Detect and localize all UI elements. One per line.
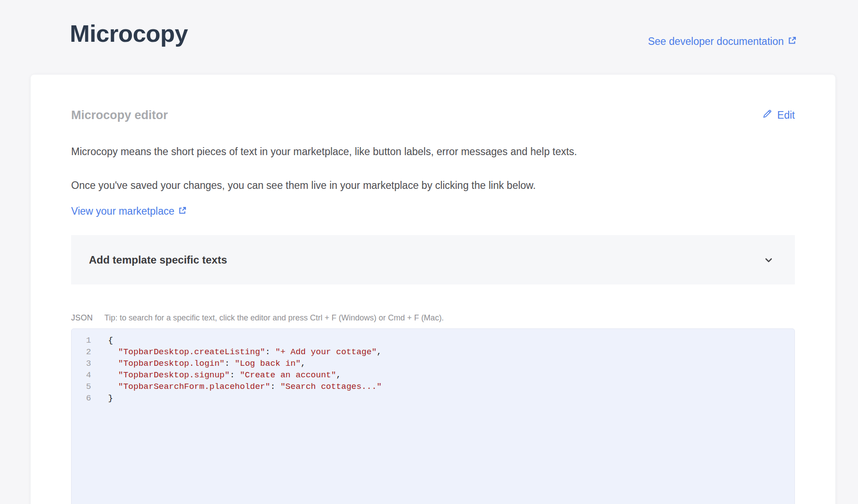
- code-line: 4 "TopbarDesktop.signup": "Create an acc…: [72, 369, 794, 381]
- code-token-punctuation: :: [265, 347, 275, 357]
- code-line-content: }: [91, 392, 113, 404]
- code-token-string: "+ Add your cottage": [275, 347, 377, 357]
- code-line-content: "TopbarDesktop.login": "Log back in",: [91, 358, 306, 369]
- code-token-punctuation: ,: [377, 347, 381, 357]
- code-line: 1{: [72, 335, 794, 346]
- code-token-punctuation: :: [230, 370, 240, 380]
- line-number: 6: [72, 392, 91, 404]
- code-token-punctuation: ,: [336, 370, 341, 380]
- code-token-punctuation: [108, 347, 118, 357]
- external-link-icon: [788, 36, 797, 48]
- code-token-string: "Create an account": [240, 370, 336, 380]
- line-number: 2: [72, 346, 91, 358]
- code-line: 6}: [72, 392, 794, 404]
- code-token-string: "TopbarSearchForm.placeholder": [118, 382, 270, 392]
- edit-button-label: Edit: [777, 108, 795, 123]
- code-token-string: "Search cottages...": [281, 382, 382, 392]
- code-token-punctuation: ,: [301, 359, 305, 368]
- developer-documentation-link[interactable]: See developer documentation: [648, 36, 797, 48]
- external-link-icon: [178, 203, 187, 220]
- line-number: 1: [72, 335, 91, 346]
- pencil-icon: [762, 108, 773, 123]
- top-header: Microcopy See developer documentation: [0, 0, 858, 75]
- edit-button[interactable]: Edit: [762, 108, 795, 123]
- description-paragraph-2: Once you've saved your changes, you can …: [71, 177, 609, 194]
- format-label: JSON: [71, 313, 93, 323]
- chevron-down-icon: [763, 254, 774, 266]
- code-token-punctuation: [108, 370, 118, 380]
- view-marketplace-link[interactable]: View your marketplace: [71, 203, 187, 220]
- line-number: 4: [72, 369, 91, 381]
- code-token-punctuation: [108, 382, 118, 392]
- card-heading: Microcopy editor: [71, 108, 168, 123]
- code-token-punctuation: }: [108, 393, 113, 403]
- developer-documentation-link-label: See developer documentation: [648, 36, 784, 48]
- json-editor-header: JSON Tip: to search for a specific text,…: [71, 313, 795, 323]
- microcopy-editor-card: Microcopy editor Edit Microcopy means th…: [31, 75, 835, 504]
- code-line: 5 "TopbarSearchForm.placeholder": "Searc…: [72, 381, 794, 392]
- editor-search-tip: Tip: to search for a specific text, clic…: [104, 313, 444, 323]
- code-token-string: "TopbarDesktop.signup": [118, 370, 230, 380]
- accordion-label: Add template specific texts: [89, 254, 227, 266]
- code-token-punctuation: [108, 359, 118, 368]
- description-paragraph-1: Microcopy means the short pieces of text…: [71, 143, 609, 160]
- accordion-add-template-texts[interactable]: Add template specific texts: [71, 235, 795, 284]
- code-token-punctuation: :: [270, 382, 281, 392]
- card-heading-row: Microcopy editor Edit: [71, 108, 795, 123]
- code-lines: 1{2 "TopbarDesktop.createListing": "+ Ad…: [72, 335, 794, 404]
- code-token-punctuation: {: [108, 336, 113, 345]
- line-number: 5: [72, 381, 91, 392]
- code-line: 3 "TopbarDesktop.login": "Log back in",: [72, 358, 794, 369]
- page-title: Microcopy: [70, 20, 188, 47]
- code-line-content: {: [91, 335, 113, 346]
- code-token-string: "TopbarDesktop.createListing": [118, 347, 265, 357]
- code-token-punctuation: :: [225, 359, 235, 368]
- code-line-content: "TopbarSearchForm.placeholder": "Search …: [91, 381, 382, 392]
- view-marketplace-link-label: View your marketplace: [71, 203, 174, 220]
- code-line-content: "TopbarDesktop.signup": "Create an accou…: [91, 369, 341, 381]
- code-line-content: "TopbarDesktop.createListing": "+ Add yo…: [91, 346, 382, 358]
- code-line: 2 "TopbarDesktop.createListing": "+ Add …: [72, 346, 794, 358]
- json-code-editor[interactable]: 1{2 "TopbarDesktop.createListing": "+ Ad…: [71, 328, 795, 504]
- code-token-string: "Log back in": [235, 359, 301, 368]
- code-token-string: "TopbarDesktop.login": [118, 359, 225, 368]
- line-number: 3: [72, 358, 91, 369]
